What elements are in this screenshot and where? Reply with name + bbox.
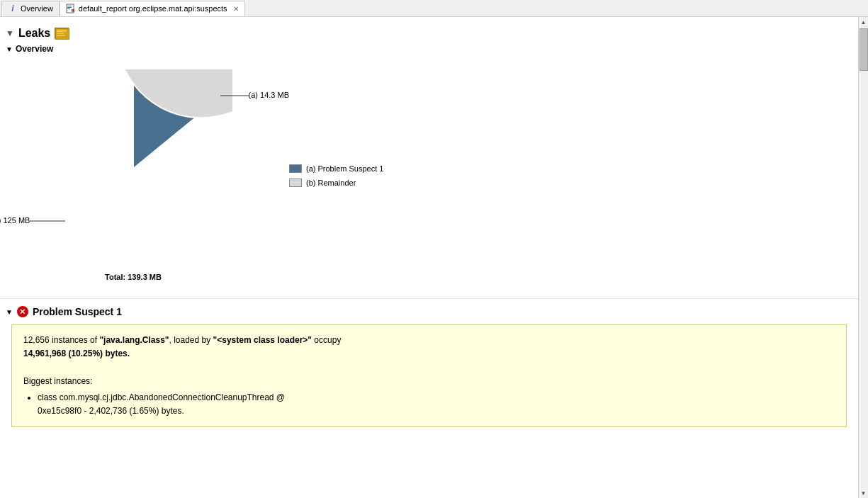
legend-item-b: (b) Remainder — [289, 179, 383, 187]
pie-total-label: Total: 139.3 MB — [34, 273, 232, 281]
svg-rect-8 — [57, 33, 64, 34]
pie-chart-svg — [34, 69, 232, 268]
svg-rect-3 — [67, 9, 70, 9]
svg-text:!: ! — [72, 10, 73, 13]
tab-bar: i Overview ! default_report org.eclipse.… — [0, 0, 868, 17]
scroll-thumb[interactable] — [859, 28, 868, 71]
overview-section: ▼ Overview (a) 14.3 MB — [0, 43, 858, 295]
legend-item-a: (a) Problem Suspect 1 — [289, 164, 383, 173]
scroll-up-button[interactable]: ▲ — [859, 17, 869, 27]
bullet-item-1: class com.mysql.cj.jdbc.AbandonedConnect… — [38, 391, 835, 418]
problem-arrow: ▼ — [6, 308, 13, 316]
error-icon: ✕ — [17, 306, 28, 317]
main-content: ▼ Leaks ▼ Overview — [0, 17, 868, 498]
right-scrollbar[interactable]: ▲ ▼ — [858, 17, 868, 498]
leaks-header[interactable]: ▼ Leaks — [0, 23, 858, 43]
svg-rect-7 — [57, 30, 67, 32]
divider-1 — [0, 298, 858, 299]
info-icon: i — [8, 4, 18, 13]
svg-rect-9 — [57, 35, 65, 36]
chart-area: (a) 14.3 MB (b) 125 MB Total: 139.3 MB — [6, 55, 852, 295]
svg-rect-1 — [67, 6, 72, 6]
pie-chart-container: (a) 14.3 MB (b) 125 MB Total: 139.3 MB — [34, 69, 232, 281]
chart-legend: (a) Problem Suspect 1 (b) Remainder — [289, 164, 383, 187]
legend-color-b — [289, 179, 302, 187]
bottom-spacer — [0, 430, 858, 444]
segment-b-label: (b) 125 MB — [0, 216, 30, 225]
tab-overview[interactable]: i Overview — [1, 1, 60, 16]
legend-label-b: (b) Remainder — [306, 179, 356, 187]
problem-suspect-info-box: 12,656 instances of "java.lang.Class", l… — [11, 324, 847, 427]
info-line-1: 12,656 instances of "java.lang.Class", l… — [23, 334, 835, 347]
biggest-instances-label: Biggest instances: — [23, 375, 835, 388]
scroll-down-button[interactable]: ▼ — [859, 488, 869, 498]
leaks-icon — [55, 28, 69, 39]
legend-label-a: (a) Problem Suspect 1 — [306, 164, 383, 173]
tab-default-report[interactable]: ! default_report org.eclipse.mat.api:sus… — [60, 1, 245, 16]
tab-overview-label: Overview — [21, 4, 53, 13]
overview-header[interactable]: ▼ Overview — [6, 43, 852, 55]
info-line-2: 14,961,968 (10.25%) bytes. — [23, 347, 835, 361]
segment-a-label: (a) 14.3 MB — [249, 91, 289, 99]
tab-close-button[interactable]: ✕ — [233, 5, 239, 13]
legend-color-a — [289, 164, 302, 173]
problem-suspect-header[interactable]: ▼ ✕ Problem Suspect 1 — [0, 302, 858, 322]
overview-title: Overview — [16, 44, 53, 54]
tab-report-label: default_report org.eclipse.mat.api:suspe… — [79, 4, 227, 13]
problem-suspect-title: Problem Suspect 1 — [33, 306, 122, 317]
scroll-area[interactable]: ▼ Leaks ▼ Overview — [0, 17, 858, 498]
svg-rect-2 — [67, 7, 72, 8]
report-icon: ! — [66, 4, 76, 13]
overview-arrow: ▼ — [6, 45, 13, 53]
scroll-track[interactable] — [859, 27, 868, 488]
leaks-arrow: ▼ — [6, 28, 14, 38]
leaks-title: Leaks — [18, 27, 50, 40]
